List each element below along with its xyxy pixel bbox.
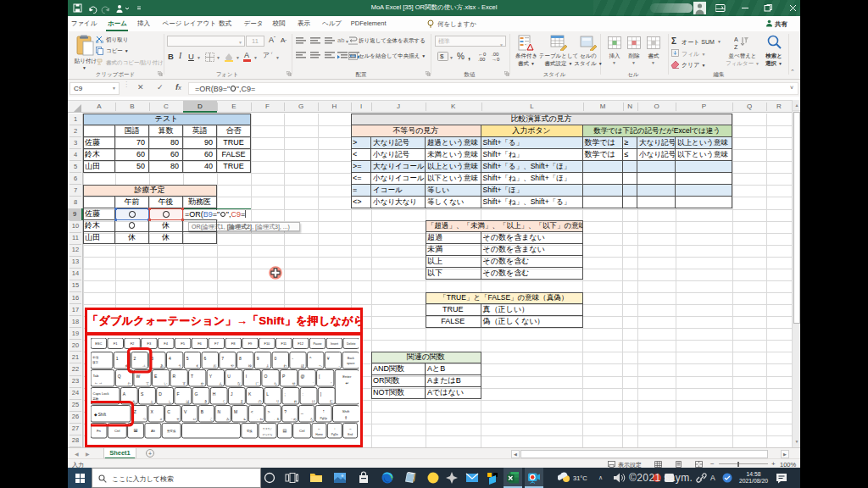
svg-text:Shift: Shift bbox=[342, 409, 349, 413]
svg-text:変換: 変換 bbox=[246, 430, 252, 433]
svg-text:2: 2 bbox=[133, 356, 136, 361]
svg-text:0: 0 bbox=[274, 356, 276, 361]
svg-text:?: ? bbox=[284, 409, 287, 414]
svg-text:F1: F1 bbox=[113, 341, 117, 346]
svg-text:H: H bbox=[212, 391, 215, 396]
svg-text:F2: F2 bbox=[130, 341, 134, 346]
svg-text:F9: F9 bbox=[248, 341, 252, 346]
svg-text:←→: ←→ bbox=[94, 380, 103, 385]
svg-text:N: N bbox=[217, 409, 220, 414]
svg-text:1: 1 bbox=[115, 356, 118, 361]
svg-text:Home: Home bbox=[315, 433, 323, 436]
svg-text:Ctrl: Ctrl bbox=[298, 429, 304, 433]
svg-text:ち: ち bbox=[132, 399, 136, 403]
svg-text:と: と bbox=[150, 399, 153, 403]
svg-text:;: ; bbox=[284, 391, 285, 396]
svg-text:ま: ま bbox=[240, 399, 243, 403]
svg-text:R: R bbox=[172, 374, 175, 379]
svg-text:C: C bbox=[167, 409, 170, 414]
svg-text:れ: れ bbox=[293, 399, 297, 403]
svg-text:よ: よ bbox=[265, 363, 269, 368]
svg-text:End: End bbox=[348, 433, 353, 436]
svg-text:Pause: Pause bbox=[313, 342, 321, 346]
svg-text:F8: F8 bbox=[231, 341, 235, 346]
svg-text:F11: F11 bbox=[281, 341, 287, 346]
svg-text:F3: F3 bbox=[147, 341, 151, 346]
svg-text:Q: Q bbox=[117, 374, 120, 379]
svg-text:Insert: Insert bbox=[330, 342, 337, 346]
svg-text:Tab: Tab bbox=[92, 374, 98, 378]
svg-text:$: $ bbox=[440, 53, 444, 60]
svg-text:Caps Lock: Caps Lock bbox=[92, 391, 108, 396]
svg-text:や: や bbox=[231, 363, 234, 368]
svg-text:O: O bbox=[264, 374, 267, 379]
svg-text:つ: つ bbox=[142, 418, 146, 421]
svg-text:き: き bbox=[203, 399, 207, 403]
svg-text:D: D bbox=[159, 391, 162, 396]
svg-text:゛: ゛ bbox=[310, 381, 314, 385]
svg-text:の: の bbox=[258, 399, 261, 403]
svg-text:Fn: Fn bbox=[97, 429, 102, 433]
svg-text:。る: 。る bbox=[273, 418, 279, 421]
svg-text:ん: ん bbox=[219, 381, 222, 385]
svg-text:し: し bbox=[168, 399, 171, 403]
svg-text:Back: Back bbox=[347, 357, 353, 360]
svg-text:space: space bbox=[347, 362, 355, 365]
svg-text:◆ Shift: ◆ Shift bbox=[94, 413, 107, 417]
svg-text:て: て bbox=[146, 381, 149, 385]
svg-text:⊞: ⊞ bbox=[133, 428, 137, 433]
svg-text:く: く bbox=[222, 399, 225, 403]
svg-text:ESC: ESC bbox=[95, 341, 102, 346]
svg-text:F6: F6 bbox=[198, 341, 202, 346]
svg-text:、ね: 、ね bbox=[256, 418, 263, 421]
svg-text:U: U bbox=[227, 374, 231, 379]
svg-text:↓: ↓ bbox=[333, 426, 335, 430]
svg-text:Z: Z bbox=[734, 44, 738, 50]
svg-text:F7: F7 bbox=[214, 341, 218, 346]
svg-text:み: み bbox=[226, 418, 230, 421]
svg-text:す: す bbox=[182, 381, 186, 385]
svg-text:ひらがな: ひらがな bbox=[262, 433, 272, 436]
svg-text:5: 5 bbox=[186, 356, 188, 361]
svg-text:半/全: 半/全 bbox=[92, 356, 99, 359]
svg-text:↑: ↑ bbox=[322, 408, 325, 413]
svg-text:←: ← bbox=[317, 426, 320, 430]
svg-text:Z: Z bbox=[133, 409, 136, 414]
svg-text::: : bbox=[302, 391, 303, 396]
svg-text:4: 4 bbox=[169, 356, 171, 361]
svg-text:え: え bbox=[195, 363, 198, 368]
svg-text:I: I bbox=[245, 374, 246, 379]
svg-text:<: < bbox=[250, 409, 253, 414]
svg-text:F: F bbox=[176, 391, 179, 396]
svg-text:ゆ: ゆ bbox=[248, 363, 251, 368]
svg-text:こ: こ bbox=[209, 418, 213, 421]
svg-text:う: う bbox=[177, 363, 181, 368]
svg-text:Ctrl: Ctrl bbox=[114, 429, 120, 433]
svg-text:そ: そ bbox=[176, 418, 180, 421]
svg-text:む: む bbox=[330, 399, 333, 403]
svg-text:⇑: ⇑ bbox=[343, 415, 347, 420]
svg-text:F10: F10 bbox=[264, 341, 270, 346]
svg-text:L: L bbox=[266, 391, 269, 396]
svg-text:さ: さ bbox=[159, 418, 163, 421]
svg-text:漢字: 漢字 bbox=[92, 361, 98, 364]
svg-text:7: 7 bbox=[221, 356, 224, 361]
svg-text:か: か bbox=[200, 381, 203, 385]
svg-text:に: に bbox=[255, 381, 259, 385]
svg-text:な: な bbox=[236, 381, 240, 385]
svg-text:F12: F12 bbox=[298, 341, 304, 346]
svg-text:M: M bbox=[234, 409, 237, 414]
svg-text:カタカナ: カタカナ bbox=[262, 427, 272, 430]
svg-text:¥: ¥ bbox=[326, 356, 329, 361]
svg-text:G: G bbox=[194, 391, 198, 396]
svg-text:ひ: ひ bbox=[192, 418, 196, 421]
svg-text:PgDn: PgDn bbox=[331, 433, 337, 436]
svg-text:A: A bbox=[734, 36, 738, 42]
svg-text:英数: 英数 bbox=[92, 397, 98, 401]
svg-text:「: 「 bbox=[328, 381, 331, 385]
svg-text:わ: わ bbox=[283, 363, 287, 368]
svg-text:>: > bbox=[267, 409, 270, 414]
svg-text:T: T bbox=[191, 374, 193, 379]
svg-text:も: も bbox=[242, 418, 246, 421]
svg-text:Alt: Alt bbox=[150, 429, 155, 433]
